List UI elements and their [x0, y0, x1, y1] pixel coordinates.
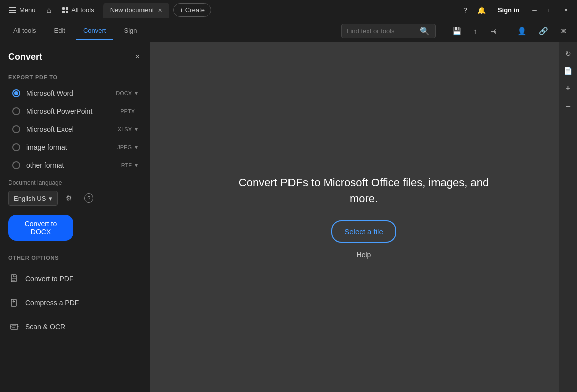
print-icon: 🖨 — [489, 27, 497, 35]
zoom-in-icon: + — [566, 84, 570, 92]
find-input-container[interactable]: 🔍 — [341, 24, 436, 38]
option-label: Convert to PDF — [25, 275, 73, 283]
print-button[interactable]: 🖨 — [485, 24, 501, 38]
language-settings-button[interactable]: ⚙ — [62, 191, 76, 205]
titlebar-right: ? 🔔 Sign in ─ □ × — [459, 4, 573, 17]
save-icon: 💾 — [452, 27, 462, 35]
settings-icon: ⚙ — [66, 194, 72, 202]
document-language-label: Document language — [8, 179, 142, 186]
titlebar-left: Menu ⌂ All tools — [4, 3, 99, 18]
user-button[interactable]: 👤 — [513, 24, 531, 38]
home-button[interactable]: ⌂ — [43, 3, 56, 18]
help-icon: ? — [463, 6, 467, 14]
radio-button — [12, 89, 20, 97]
titlebar: Menu ⌂ All tools New document × + Create… — [0, 0, 577, 20]
notifications-button[interactable]: 🔔 — [473, 4, 490, 17]
save-button[interactable]: 💾 — [448, 24, 466, 38]
format-extension: JPEG — [117, 144, 132, 150]
menu-button[interactable]: Menu — [4, 3, 41, 17]
language-value: English US — [14, 194, 46, 202]
refresh-button[interactable]: ↻ — [562, 46, 574, 61]
find-input[interactable] — [347, 27, 417, 35]
format-extension: XLSX — [118, 126, 132, 132]
chevron-down-icon: ▾ — [135, 162, 138, 169]
right-toolbar: ↻ 📄 + − — [559, 42, 577, 392]
create-label: + Create — [180, 6, 205, 14]
home-icon: ⌂ — [47, 6, 52, 14]
format-extension: PPTX — [120, 108, 135, 114]
radio-button — [12, 161, 20, 169]
help-button[interactable]: ? — [459, 4, 471, 17]
export-section-label: EXPORT PDF TO — [0, 68, 150, 84]
toolbar-separator — [442, 26, 442, 36]
sidebar: Convert × EXPORT PDF TO Microsoft WordDO… — [0, 42, 151, 392]
zoom-out-button[interactable]: − — [562, 98, 574, 116]
help-link[interactable]: Help — [357, 251, 371, 259]
bell-icon: 🔔 — [477, 6, 486, 14]
language-info-button[interactable]: ? — [80, 190, 97, 206]
zoom-in-button[interactable]: + — [563, 80, 573, 96]
convert-button-wrapper: Convert to DOCX — [0, 211, 150, 249]
pdf-icon — [8, 273, 20, 285]
mail-button[interactable]: ✉ — [556, 24, 571, 38]
tab-area: New document × + Create — [99, 3, 459, 18]
other-options-label: OTHER OPTIONS — [0, 249, 150, 265]
other-options-section: Convert to PDFCompress a PDFScan & OCR — [0, 265, 150, 341]
format-option-microsoft-powerpoint[interactable]: Microsoft PowerPointPPTX — [4, 102, 146, 120]
toolbar-right: 🔍 💾 ↑ 🖨 👤 🔗 ✉ — [341, 24, 571, 38]
option-label: Compress a PDF — [25, 299, 79, 307]
hamburger-icon — [9, 7, 16, 13]
format-extension: DOCX — [116, 90, 132, 96]
select-file-button[interactable]: Select a file — [331, 220, 396, 243]
language-dropdown[interactable]: English US ▾ — [8, 191, 58, 206]
chevron-down-icon: ▾ — [135, 126, 138, 133]
upload-button[interactable]: ↑ — [470, 24, 482, 38]
menu-label: Menu — [19, 6, 36, 14]
main-layout: Convert × EXPORT PDF TO Microsoft WordDO… — [0, 42, 577, 392]
close-button[interactable]: × — [559, 4, 573, 16]
upload-icon: ↑ — [474, 27, 478, 35]
chevron-down-icon: ▾ — [135, 144, 138, 151]
info-icon: ? — [84, 193, 93, 203]
other-option-compress[interactable]: Compress a PDF — [0, 291, 150, 315]
radio-button — [12, 125, 20, 133]
svg-rect-0 — [11, 275, 16, 282]
tab-convert[interactable]: Convert — [76, 22, 113, 40]
link-icon: 🔗 — [539, 27, 548, 35]
chevron-down-icon: ▾ — [49, 194, 52, 202]
document-icon: 📄 — [564, 67, 572, 75]
search-icon: 🔍 — [420, 26, 430, 36]
tab-close-button[interactable]: × — [158, 6, 162, 14]
content-area: Convert PDFs to Microsoft Office files, … — [151, 42, 577, 392]
tab-all-tools[interactable]: All tools — [6, 22, 43, 40]
maximize-button[interactable]: □ — [544, 4, 557, 16]
option-label: Scan & OCR — [25, 323, 65, 331]
svg-rect-2 — [11, 324, 18, 329]
format-option-other-format[interactable]: other formatRTF▾ — [4, 156, 146, 174]
format-option-microsoft-word[interactable]: Microsoft WordDOCX▾ — [4, 84, 146, 102]
refresh-icon: ↻ — [565, 50, 571, 58]
other-option-scan[interactable]: Scan & OCR — [0, 315, 150, 339]
link-button[interactable]: 🔗 — [535, 24, 552, 38]
tab-edit[interactable]: Edit — [47, 22, 72, 40]
create-button[interactable]: + Create — [173, 3, 211, 17]
sign-in-button[interactable]: Sign in — [492, 4, 525, 16]
all-tools-button[interactable]: All tools — [57, 3, 99, 17]
convert-to-docx-button[interactable]: Convert to DOCX — [8, 215, 73, 241]
radio-button — [12, 143, 20, 151]
grid-icon — [62, 7, 68, 13]
document-view-button[interactable]: 📄 — [561, 63, 575, 78]
format-option-image-format[interactable]: image formatJPEG▾ — [4, 138, 146, 156]
minimize-button[interactable]: ─ — [527, 4, 542, 16]
tab-sign[interactable]: Sign — [117, 22, 144, 40]
sidebar-close-button[interactable]: × — [133, 50, 142, 63]
tab-label: New document — [110, 6, 154, 14]
format-option-microsoft-excel[interactable]: Microsoft ExcelXLSX▾ — [4, 120, 146, 138]
format-name: image format — [26, 143, 117, 151]
other-option-pdf[interactable]: Convert to PDF — [0, 267, 150, 291]
document-tab[interactable]: New document × — [103, 3, 169, 18]
toolbar-separator-2 — [507, 26, 507, 36]
language-selector: English US ▾ ⚙ ? — [8, 190, 142, 206]
format-name: other format — [26, 161, 121, 169]
format-name: Microsoft PowerPoint — [26, 107, 120, 115]
